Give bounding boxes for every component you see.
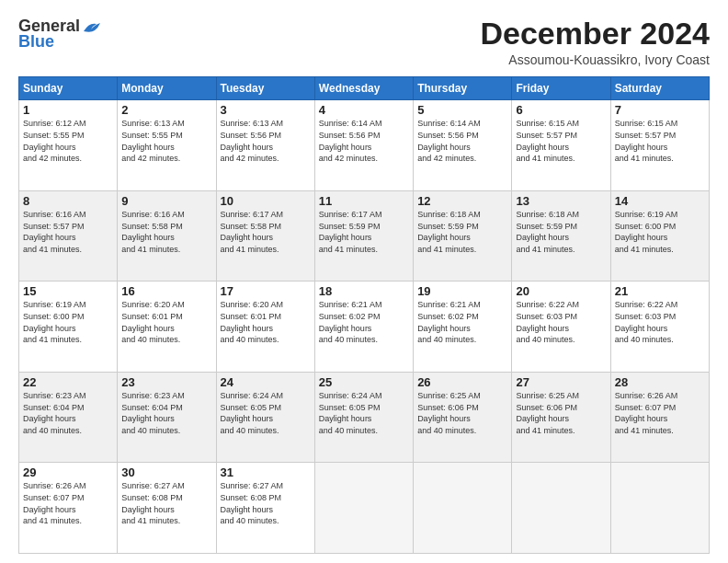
day-number: 15 bbox=[23, 284, 113, 298]
day-number: 26 bbox=[417, 375, 507, 389]
day-info: Sunrise: 6:14 AMSunset: 5:56 PMDaylight … bbox=[417, 118, 507, 164]
calendar-day-cell: 20Sunrise: 6:22 AMSunset: 6:03 PMDayligh… bbox=[512, 282, 610, 373]
calendar-day-cell: 12Sunrise: 6:18 AMSunset: 5:59 PMDayligh… bbox=[414, 190, 512, 282]
day-number: 31 bbox=[221, 465, 311, 479]
calendar-day-cell: 16Sunrise: 6:20 AMSunset: 6:01 PMDayligh… bbox=[118, 282, 216, 373]
calendar-day-cell: 6Sunrise: 6:15 AMSunset: 5:57 PMDaylight… bbox=[512, 100, 610, 191]
calendar-table: SundayMondayTuesdayWednesdayThursdayFrid… bbox=[18, 76, 710, 554]
calendar-day-cell: 23Sunrise: 6:23 AMSunset: 6:04 PMDayligh… bbox=[118, 372, 216, 463]
day-info: Sunrise: 6:18 AMSunset: 5:59 PMDaylight … bbox=[417, 209, 507, 255]
calendar-header-sunday: Sunday bbox=[19, 77, 118, 100]
calendar-day-cell: 31Sunrise: 6:27 AMSunset: 6:08 PMDayligh… bbox=[216, 463, 314, 554]
calendar-day-cell: 18Sunrise: 6:21 AMSunset: 6:02 PMDayligh… bbox=[314, 282, 413, 373]
day-info: Sunrise: 6:21 AMSunset: 6:02 PMDaylight … bbox=[417, 299, 507, 345]
calendar-day-cell: 10Sunrise: 6:17 AMSunset: 5:58 PMDayligh… bbox=[216, 190, 314, 282]
day-number: 1 bbox=[23, 103, 113, 117]
day-info: Sunrise: 6:25 AMSunset: 6:06 PMDaylight … bbox=[417, 390, 507, 436]
calendar-day-cell: 27Sunrise: 6:25 AMSunset: 6:06 PMDayligh… bbox=[512, 372, 610, 463]
day-info: Sunrise: 6:19 AMSunset: 6:00 PMDaylight … bbox=[23, 299, 113, 345]
calendar-day-cell: 5Sunrise: 6:14 AMSunset: 5:56 PMDaylight… bbox=[414, 100, 512, 191]
day-info: Sunrise: 6:27 AMSunset: 6:08 PMDaylight … bbox=[121, 480, 211, 526]
day-number: 11 bbox=[319, 194, 409, 208]
day-info: Sunrise: 6:15 AMSunset: 5:57 PMDaylight … bbox=[516, 118, 606, 164]
calendar-header-friday: Friday bbox=[512, 77, 610, 100]
day-info: Sunrise: 6:22 AMSunset: 6:03 PMDaylight … bbox=[615, 299, 705, 345]
day-number: 17 bbox=[221, 284, 311, 298]
calendar-day-cell: 1Sunrise: 6:12 AMSunset: 5:55 PMDaylight… bbox=[19, 100, 118, 191]
day-number: 12 bbox=[417, 194, 507, 208]
day-number: 27 bbox=[516, 375, 606, 389]
day-number: 21 bbox=[615, 284, 705, 298]
calendar-day-cell: 13Sunrise: 6:18 AMSunset: 5:59 PMDayligh… bbox=[512, 190, 610, 282]
calendar-day-cell: 8Sunrise: 6:16 AMSunset: 5:57 PMDaylight… bbox=[19, 190, 118, 282]
month-title: December 2024 bbox=[480, 17, 710, 51]
calendar-day-cell bbox=[610, 463, 709, 554]
calendar-header-saturday: Saturday bbox=[610, 77, 709, 100]
day-info: Sunrise: 6:20 AMSunset: 6:01 PMDaylight … bbox=[121, 299, 211, 345]
calendar-day-cell: 9Sunrise: 6:16 AMSunset: 5:58 PMDaylight… bbox=[118, 190, 216, 282]
calendar-day-cell: 28Sunrise: 6:26 AMSunset: 6:07 PMDayligh… bbox=[610, 372, 709, 463]
day-info: Sunrise: 6:20 AMSunset: 6:01 PMDaylight … bbox=[221, 299, 311, 345]
logo-bird-icon bbox=[82, 18, 102, 35]
calendar-day-cell: 14Sunrise: 6:19 AMSunset: 6:00 PMDayligh… bbox=[610, 190, 709, 282]
calendar-week-row: 8Sunrise: 6:16 AMSunset: 5:57 PMDaylight… bbox=[19, 190, 710, 282]
calendar-day-cell: 7Sunrise: 6:15 AMSunset: 5:57 PMDaylight… bbox=[610, 100, 709, 191]
calendar-day-cell: 19Sunrise: 6:21 AMSunset: 6:02 PMDayligh… bbox=[414, 282, 512, 373]
day-number: 2 bbox=[121, 103, 211, 117]
day-info: Sunrise: 6:24 AMSunset: 6:05 PMDaylight … bbox=[319, 390, 409, 436]
calendar-day-cell bbox=[512, 463, 610, 554]
logo-blue-text: Blue bbox=[18, 32, 54, 52]
day-info: Sunrise: 6:16 AMSunset: 5:58 PMDaylight … bbox=[121, 209, 211, 255]
calendar-week-row: 1Sunrise: 6:12 AMSunset: 5:55 PMDaylight… bbox=[19, 100, 710, 191]
day-number: 28 bbox=[615, 375, 705, 389]
calendar-day-cell: 4Sunrise: 6:14 AMSunset: 5:56 PMDaylight… bbox=[314, 100, 413, 191]
calendar-day-cell: 26Sunrise: 6:25 AMSunset: 6:06 PMDayligh… bbox=[414, 372, 512, 463]
day-number: 13 bbox=[516, 194, 606, 208]
day-number: 10 bbox=[221, 194, 311, 208]
location: Assoumou-Kouassikro, Ivory Coast bbox=[480, 52, 710, 67]
day-number: 3 bbox=[221, 103, 311, 117]
calendar-day-cell: 11Sunrise: 6:17 AMSunset: 5:59 PMDayligh… bbox=[314, 190, 413, 282]
calendar-day-cell: 2Sunrise: 6:13 AMSunset: 5:55 PMDaylight… bbox=[118, 100, 216, 191]
calendar-week-row: 15Sunrise: 6:19 AMSunset: 6:00 PMDayligh… bbox=[19, 282, 710, 373]
header: General Blue December 2024 Assoumou-Koua… bbox=[18, 17, 710, 67]
day-info: Sunrise: 6:18 AMSunset: 5:59 PMDaylight … bbox=[516, 209, 606, 255]
day-number: 25 bbox=[319, 375, 409, 389]
day-info: Sunrise: 6:21 AMSunset: 6:02 PMDaylight … bbox=[319, 299, 409, 345]
day-number: 6 bbox=[516, 103, 606, 117]
calendar-day-cell: 21Sunrise: 6:22 AMSunset: 6:03 PMDayligh… bbox=[610, 282, 709, 373]
day-info: Sunrise: 6:16 AMSunset: 5:57 PMDaylight … bbox=[23, 209, 113, 255]
logo: General Blue bbox=[18, 17, 102, 52]
day-info: Sunrise: 6:17 AMSunset: 5:59 PMDaylight … bbox=[319, 209, 409, 255]
day-number: 23 bbox=[121, 375, 211, 389]
day-number: 14 bbox=[615, 194, 705, 208]
day-info: Sunrise: 6:17 AMSunset: 5:58 PMDaylight … bbox=[221, 209, 311, 255]
calendar-week-row: 29Sunrise: 6:26 AMSunset: 6:07 PMDayligh… bbox=[19, 463, 710, 554]
title-section: December 2024 Assoumou-Kouassikro, Ivory… bbox=[480, 17, 710, 67]
day-number: 16 bbox=[121, 284, 211, 298]
day-info: Sunrise: 6:19 AMSunset: 6:00 PMDaylight … bbox=[615, 209, 705, 255]
calendar-day-cell bbox=[314, 463, 413, 554]
calendar-header-thursday: Thursday bbox=[414, 77, 512, 100]
day-number: 4 bbox=[319, 103, 409, 117]
day-info: Sunrise: 6:26 AMSunset: 6:07 PMDaylight … bbox=[615, 390, 705, 436]
calendar-day-cell: 25Sunrise: 6:24 AMSunset: 6:05 PMDayligh… bbox=[314, 372, 413, 463]
day-number: 22 bbox=[23, 375, 113, 389]
day-number: 30 bbox=[121, 465, 211, 479]
calendar-header-monday: Monday bbox=[118, 77, 216, 100]
calendar-header-row: SundayMondayTuesdayWednesdayThursdayFrid… bbox=[19, 77, 710, 100]
day-info: Sunrise: 6:15 AMSunset: 5:57 PMDaylight … bbox=[615, 118, 705, 164]
day-info: Sunrise: 6:27 AMSunset: 6:08 PMDaylight … bbox=[221, 480, 311, 526]
day-number: 24 bbox=[221, 375, 311, 389]
day-number: 18 bbox=[319, 284, 409, 298]
calendar-header-wednesday: Wednesday bbox=[314, 77, 413, 100]
day-number: 9 bbox=[121, 194, 211, 208]
calendar-week-row: 22Sunrise: 6:23 AMSunset: 6:04 PMDayligh… bbox=[19, 372, 710, 463]
day-info: Sunrise: 6:23 AMSunset: 6:04 PMDaylight … bbox=[23, 390, 113, 436]
calendar-day-cell: 3Sunrise: 6:13 AMSunset: 5:56 PMDaylight… bbox=[216, 100, 314, 191]
calendar-day-cell bbox=[414, 463, 512, 554]
calendar-day-cell: 30Sunrise: 6:27 AMSunset: 6:08 PMDayligh… bbox=[118, 463, 216, 554]
day-info: Sunrise: 6:25 AMSunset: 6:06 PMDaylight … bbox=[516, 390, 606, 436]
calendar-header-tuesday: Tuesday bbox=[216, 77, 314, 100]
day-number: 8 bbox=[23, 194, 113, 208]
